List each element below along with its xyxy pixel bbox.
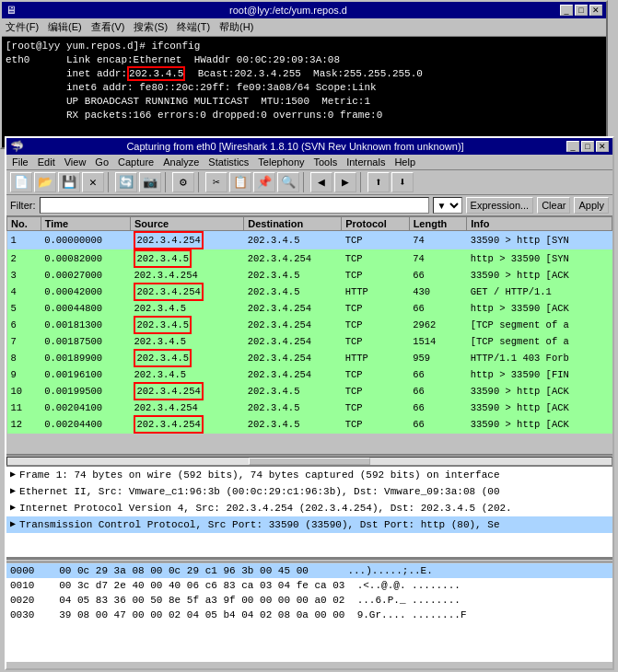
table-row[interactable]: 3 0.00027000 202.3.4.254 202.3.4.5 TCP 6… bbox=[7, 268, 612, 283]
table-row[interactable]: 6 0.00181300 202.3.4.5 202.3.4.254 TCP 2… bbox=[7, 316, 612, 334]
toolbar-prefs-btn[interactable]: ⚙ bbox=[172, 172, 194, 192]
hex-row[interactable]: 0000 00 0c 29 3a 08 00 0c 29 c1 96 3b 00… bbox=[6, 563, 612, 578]
toolbar-sep-5 bbox=[360, 172, 364, 192]
cell-no: 9 bbox=[7, 367, 41, 382]
toolbar-copy-btn[interactable]: 📋 bbox=[229, 172, 251, 192]
terminal-menu-view[interactable]: 查看(V) bbox=[91, 20, 125, 34]
menu-tools[interactable]: Tools bbox=[314, 156, 338, 168]
horizontal-scroll-area bbox=[6, 456, 612, 467]
hex-ascii: ...6.P._ ........ bbox=[357, 593, 461, 608]
terminal-menu-search[interactable]: 搜索(S) bbox=[134, 20, 168, 34]
col-time[interactable]: Time bbox=[41, 217, 130, 231]
col-destination[interactable]: Destination bbox=[244, 217, 342, 231]
cell-destination: 202.3.4.254 bbox=[244, 349, 342, 367]
menu-internals[interactable]: Internals bbox=[346, 156, 385, 168]
cell-no: 4 bbox=[7, 283, 41, 301]
cell-info: http > 33590 [ACK bbox=[467, 301, 612, 316]
toolbar-save-btn[interactable]: 💾 bbox=[58, 172, 80, 192]
cell-time: 0.00042000 bbox=[41, 283, 130, 301]
cell-protocol: TCP bbox=[342, 249, 409, 268]
terminal-menu-edit[interactable]: 编辑(E) bbox=[48, 20, 82, 34]
menu-edit[interactable]: Edit bbox=[38, 156, 55, 168]
table-row[interactable]: 2 0.00082000 202.3.4.5 202.3.4.254 TCP 7… bbox=[7, 249, 612, 268]
hex-offset: 0030 bbox=[10, 608, 47, 622]
hex-offset: 0010 bbox=[10, 578, 47, 593]
cell-info: 33590 > http [ACK bbox=[467, 415, 612, 434]
expression-button[interactable]: Expression... bbox=[466, 197, 534, 214]
terminal-maximize-btn[interactable]: □ bbox=[575, 5, 588, 16]
wireshark-minimize-btn[interactable]: _ bbox=[566, 141, 579, 152]
source-highlight: 202.3.4.5 bbox=[134, 316, 192, 334]
toolbar-forward-btn[interactable]: ▶ bbox=[334, 172, 356, 192]
cell-protocol: TCP bbox=[342, 231, 409, 250]
table-row[interactable]: 1 0.00000000 202.3.4.254 202.3.4.5 TCP 7… bbox=[7, 231, 612, 250]
table-row[interactable]: 7 0.00187500 202.3.4.5 202.3.4.254 TCP 1… bbox=[7, 334, 612, 349]
table-row[interactable]: 12 0.00204400 202.3.4.254 202.3.4.5 TCP … bbox=[7, 415, 612, 434]
col-length[interactable]: Length bbox=[409, 217, 467, 231]
toolbar-close-btn[interactable]: ✕ bbox=[82, 172, 104, 192]
terminal-menu-terminal[interactable]: 终端(T) bbox=[177, 20, 210, 34]
horizontal-scrollbar[interactable] bbox=[6, 457, 612, 466]
cell-time: 0.00199500 bbox=[41, 382, 130, 400]
table-row[interactable]: 8 0.00189900 202.3.4.5 202.3.4.254 HTTP … bbox=[7, 349, 612, 367]
wireshark-window: 🦈 Capturing from eth0 [Wireshark 1.8.10 … bbox=[5, 136, 614, 670]
apply-button[interactable]: Apply bbox=[574, 197, 609, 214]
wireshark-close-btn[interactable]: ✕ bbox=[596, 141, 609, 152]
scrollbar-thumb[interactable] bbox=[249, 458, 369, 465]
clear-button[interactable]: Clear bbox=[537, 197, 570, 214]
hex-row[interactable]: 0030 39 08 00 47 00 00 02 04 05 b4 04 02… bbox=[6, 608, 612, 622]
filter-select[interactable]: ▼ bbox=[433, 197, 462, 214]
cell-time: 0.00204100 bbox=[41, 400, 130, 415]
toolbar-reload-btn[interactable]: 🔄 bbox=[115, 172, 137, 192]
toolbar-up-btn[interactable]: ⬆ bbox=[367, 172, 390, 192]
cell-length: 66 bbox=[409, 400, 467, 415]
toolbar-down-btn[interactable]: ⬇ bbox=[391, 172, 414, 192]
hex-row[interactable]: 0010 00 3c d7 2e 40 00 40 06 c6 83 ca 03… bbox=[6, 578, 612, 593]
table-row[interactable]: 9 0.00196100 202.3.4.5 202.3.4.254 TCP 6… bbox=[7, 367, 612, 382]
col-no[interactable]: No. bbox=[7, 217, 41, 231]
menu-go[interactable]: Go bbox=[95, 156, 109, 168]
toolbar-new-btn[interactable]: 📄 bbox=[10, 172, 32, 192]
toolbar-paste-btn[interactable]: 📌 bbox=[253, 172, 275, 192]
terminal-close-btn[interactable]: ✕ bbox=[589, 5, 602, 16]
menu-capture[interactable]: Capture bbox=[118, 156, 154, 168]
terminal-menu-file[interactable]: 文件(F) bbox=[6, 20, 39, 34]
terminal-menu-help[interactable]: 帮助(H) bbox=[219, 20, 253, 34]
wireshark-title: Capturing from eth0 [Wireshark 1.8.10 (S… bbox=[24, 141, 566, 152]
hex-offset: 0020 bbox=[10, 593, 47, 608]
menu-file[interactable]: File bbox=[12, 156, 29, 168]
wireshark-titlebar: 🦈 Capturing from eth0 [Wireshark 1.8.10 … bbox=[6, 138, 612, 155]
hex-row[interactable]: 0020 04 05 83 36 00 50 8e 5f a3 9f 00 00… bbox=[6, 593, 612, 608]
detail-row[interactable]: ▶ Ethernet II, Src: Vmware_c1:96:3b (00:… bbox=[6, 483, 612, 500]
toolbar-back-btn[interactable]: ◀ bbox=[310, 172, 332, 192]
toolbar-find-btn[interactable]: 🔍 bbox=[277, 172, 299, 192]
table-row[interactable]: 10 0.00199500 202.3.4.254 202.3.4.5 TCP … bbox=[7, 382, 612, 400]
cell-length: 2962 bbox=[409, 316, 467, 334]
menu-analyze[interactable]: Analyze bbox=[163, 156, 199, 168]
detail-row[interactable]: ▶ Transmission Control Protocol, Src Por… bbox=[6, 516, 612, 533]
filter-input[interactable] bbox=[40, 197, 429, 214]
cell-time: 0.00044800 bbox=[41, 301, 130, 316]
terminal-window: 🖥 root@lyy:/etc/yum.repos.d _ □ ✕ 文件(F) … bbox=[0, 0, 608, 149]
toolbar-camera-btn[interactable]: 📷 bbox=[139, 172, 161, 192]
wireshark-maximize-btn[interactable]: □ bbox=[581, 141, 594, 152]
cell-destination: 202.3.4.5 bbox=[244, 415, 342, 434]
menu-telephony[interactable]: Telephony bbox=[258, 156, 304, 168]
detail-row[interactable]: ▶ Frame 1: 74 bytes on wire (592 bits), … bbox=[6, 467, 612, 483]
col-source[interactable]: Source bbox=[130, 217, 243, 231]
terminal-line-1: eth0 Link encap:Ethernet HWaddr 00:0C:29… bbox=[6, 53, 602, 67]
toolbar-cut-btn[interactable]: ✂ bbox=[205, 172, 227, 192]
inet-addr-highlight: 202.3.4.5 bbox=[127, 66, 185, 81]
col-info[interactable]: Info bbox=[467, 217, 612, 231]
terminal-minimize-btn[interactable]: _ bbox=[560, 5, 573, 16]
detail-row[interactable]: ▶ Internet Protocol Version 4, Src: 202.… bbox=[6, 500, 612, 516]
table-row[interactable]: 4 0.00042000 202.3.4.254 202.3.4.5 HTTP … bbox=[7, 283, 612, 301]
menu-statistics[interactable]: Statistics bbox=[208, 156, 249, 168]
menu-view[interactable]: View bbox=[64, 156, 87, 168]
menu-help[interactable]: Help bbox=[394, 156, 415, 168]
table-row[interactable]: 11 0.00204100 202.3.4.254 202.3.4.5 TCP … bbox=[7, 400, 612, 415]
cell-protocol: HTTP bbox=[342, 349, 409, 367]
toolbar-open-btn[interactable]: 📂 bbox=[34, 172, 56, 192]
table-row[interactable]: 5 0.00044800 202.3.4.5 202.3.4.254 TCP 6… bbox=[7, 301, 612, 316]
col-protocol[interactable]: Protocol bbox=[342, 217, 409, 231]
